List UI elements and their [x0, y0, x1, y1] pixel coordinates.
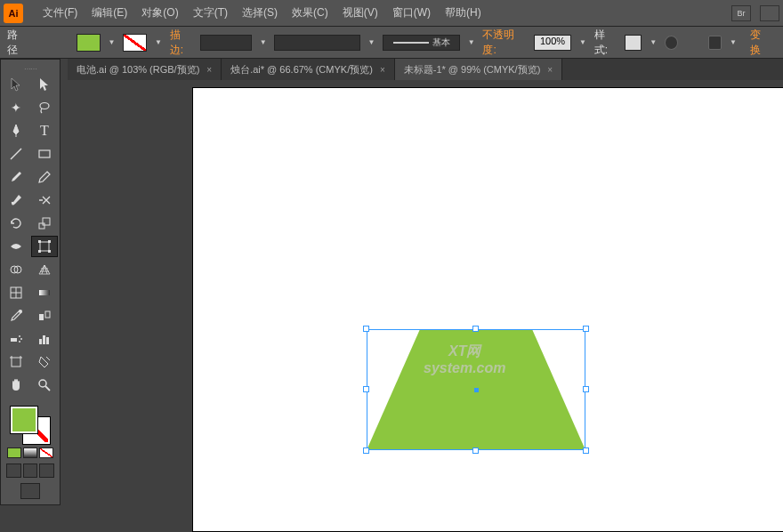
bridge-icon[interactable]: Br	[731, 5, 751, 21]
selection-tool[interactable]	[3, 74, 29, 95]
menu-help[interactable]: 帮助(H)	[438, 5, 488, 20]
menu-effect[interactable]: 效果(C)	[285, 5, 335, 20]
handle-top-right[interactable]	[583, 326, 589, 332]
lasso-tool[interactable]	[31, 97, 58, 118]
opacity-dropdown[interactable]: ▼	[578, 35, 587, 51]
fill-color-swatch[interactable]	[11, 407, 37, 433]
handle-top-left[interactable]	[363, 326, 369, 332]
pencil-tool[interactable]	[31, 166, 58, 188]
blend-tool[interactable]	[31, 305, 58, 326]
paintbrush-tool[interactable]	[3, 166, 29, 188]
color-mode-solid[interactable]	[7, 447, 21, 458]
opacity-input[interactable]: 100%	[534, 35, 571, 51]
scale-tool[interactable]	[31, 213, 58, 234]
toolbox: ✦ T	[0, 59, 61, 505]
fill-dropdown[interactable]: ▼	[108, 35, 117, 51]
hand-tool[interactable]	[3, 375, 29, 396]
mesh-tool[interactable]	[3, 282, 29, 303]
menu-view[interactable]: 视图(V)	[335, 5, 385, 20]
doctab-2-label: 未标题-1* @ 99% (CMYK/预览)	[404, 63, 541, 77]
doctab-1[interactable]: 烛台.ai* @ 66.67% (CMYK/预览) ×	[222, 59, 395, 80]
pen-tool[interactable]	[3, 120, 29, 141]
artboard[interactable]	[192, 87, 783, 532]
color-mode-none[interactable]	[39, 447, 53, 458]
svg-rect-4	[43, 218, 50, 225]
artboard-tool[interactable]	[3, 351, 29, 373]
blob-brush-tool[interactable]	[3, 189, 29, 211]
direct-selection-tool[interactable]	[31, 74, 58, 95]
menu-select[interactable]: 选择(S)	[235, 5, 285, 20]
handle-bottom-left[interactable]	[363, 447, 369, 454]
recolor-icon[interactable]	[665, 36, 678, 50]
canvas-area[interactable]: XT网 system.com	[68, 80, 783, 532]
brush-definition[interactable]: 基本	[383, 35, 460, 51]
profile-dropdown[interactable]: ▼	[367, 35, 376, 51]
handle-mid-left[interactable]	[363, 386, 369, 392]
color-mode-gradient[interactable]	[23, 447, 37, 458]
perspective-grid-tool[interactable]	[31, 259, 58, 280]
svg-rect-6	[38, 240, 41, 243]
menu-type[interactable]: 文字(T)	[186, 5, 235, 20]
rotate-tool[interactable]	[3, 213, 29, 234]
svg-rect-19	[11, 338, 17, 342]
handle-mid-right[interactable]	[583, 386, 589, 392]
gradient-tool[interactable]	[31, 282, 58, 303]
svg-point-16	[19, 310, 22, 313]
style-label: 样式:	[594, 28, 618, 58]
toolbox-grip[interactable]	[3, 65, 58, 70]
shape-builder-tool[interactable]	[3, 259, 29, 280]
slice-tool[interactable]	[31, 351, 58, 373]
svg-rect-18	[45, 311, 50, 318]
doctab-0[interactable]: 电池.ai @ 103% (RGB/预览) ×	[68, 59, 222, 80]
zoom-tool[interactable]	[31, 375, 58, 396]
symbol-sprayer-tool[interactable]	[3, 328, 29, 350]
svg-point-22	[19, 341, 20, 343]
width-tool[interactable]	[3, 236, 29, 257]
selection-center[interactable]	[474, 388, 479, 392]
magic-wand-tool[interactable]: ✦	[3, 97, 29, 118]
line-tool[interactable]	[3, 143, 29, 165]
transform-button[interactable]: 变换	[745, 28, 776, 58]
svg-line-31	[46, 357, 50, 360]
menu-object[interactable]: 对象(O)	[134, 5, 185, 20]
arrange-docs-icon[interactable]	[760, 5, 779, 21]
svg-rect-3	[39, 223, 44, 229]
svg-rect-5	[40, 242, 49, 251]
align-dropdown[interactable]: ▼	[729, 35, 738, 51]
draw-inside[interactable]	[39, 463, 54, 478]
handle-top-mid[interactable]	[472, 326, 479, 332]
menu-edit[interactable]: 编辑(E)	[85, 5, 134, 20]
handle-bottom-mid[interactable]	[472, 447, 479, 454]
doctab-1-close[interactable]: ×	[380, 65, 385, 75]
free-transform-tool[interactable]	[31, 236, 58, 257]
screen-mode[interactable]	[20, 483, 40, 499]
doctab-2-close[interactable]: ×	[547, 65, 553, 75]
style-swatch[interactable]	[625, 35, 642, 51]
document-tabs: 电池.ai @ 103% (RGB/预览) × 烛台.ai* @ 66.67% …	[68, 59, 783, 80]
fill-swatch[interactable]	[77, 34, 101, 52]
draw-normal[interactable]	[6, 463, 21, 478]
menu-window[interactable]: 窗口(W)	[385, 5, 438, 20]
doctab-1-label: 烛台.ai* @ 66.67% (CMYK/预览)	[230, 63, 373, 77]
doctab-2[interactable]: 未标题-1* @ 99% (CMYK/预览) ×	[395, 59, 562, 80]
brush-dropdown[interactable]: ▼	[467, 35, 476, 51]
stroke-dropdown[interactable]: ▼	[154, 35, 163, 51]
svg-rect-17	[39, 314, 44, 320]
menu-file[interactable]: 文件(F)	[36, 5, 85, 20]
stroke-weight-dropdown[interactable]: ▼	[259, 35, 268, 51]
app-logo: Ai	[4, 4, 23, 23]
eyedropper-tool[interactable]	[3, 305, 29, 326]
doctab-0-close[interactable]: ×	[206, 65, 212, 75]
stroke-weight-input[interactable]	[200, 35, 252, 51]
variable-width-profile[interactable]	[274, 35, 359, 51]
type-tool[interactable]: T	[31, 120, 58, 141]
draw-behind[interactable]	[23, 463, 38, 478]
column-graph-tool[interactable]	[31, 328, 58, 350]
align-icon[interactable]	[708, 36, 722, 50]
style-dropdown[interactable]: ▼	[649, 35, 658, 51]
selection-bounding-box	[367, 329, 585, 450]
handle-bottom-right[interactable]	[583, 447, 589, 454]
eraser-tool[interactable]	[31, 189, 58, 211]
rectangle-tool[interactable]	[31, 143, 58, 165]
stroke-swatch[interactable]	[123, 34, 147, 52]
